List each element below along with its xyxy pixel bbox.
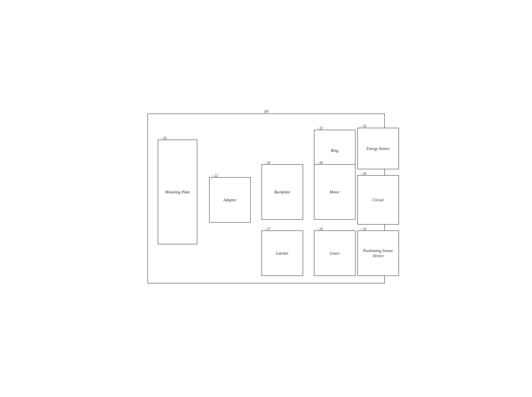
mounting-plate-label: Mounting Plate <box>165 189 190 195</box>
mounting-plate-number: 26 <box>161 136 167 140</box>
backplate-label: Backplate <box>274 189 290 195</box>
latches-number: 37 <box>265 227 270 231</box>
ring-label: Ring <box>331 148 338 153</box>
energy-source-box: 50 Energy Source <box>357 128 399 169</box>
diagram-id: 10 <box>264 109 268 114</box>
diagram-container: 10 26 Mounting Plate 22 Adaptor 30 Backp… <box>147 114 385 283</box>
backplate-number: 30 <box>265 161 270 165</box>
adaptor-box: 22 Adaptor <box>209 177 251 223</box>
motor-box: 38 Motor <box>314 164 355 220</box>
motor-number: 38 <box>317 161 323 165</box>
energy-source-number: 50 <box>361 124 366 128</box>
positioning-number: 16 <box>361 227 366 231</box>
positioning-sensor-device-box: 16 Positioning Sensor Device <box>357 230 399 276</box>
latches-label: Latches <box>276 251 288 256</box>
gears-label: Gears <box>330 251 339 256</box>
gears-number: 34 <box>317 227 323 231</box>
circuit-label: Circuit <box>373 197 384 202</box>
circuit-number: 18 <box>361 172 366 176</box>
gears-box: 34 Gears <box>314 230 355 276</box>
adaptor-number: 22 <box>212 174 218 178</box>
adaptor-label: Adaptor <box>223 197 236 202</box>
energy-source-label: Energy Source <box>367 146 390 151</box>
motor-label: Motor <box>330 189 340 195</box>
positioning-label: Positioning Sensor Device <box>358 248 399 258</box>
latches-box: 37 Latches <box>262 230 303 276</box>
mounting-plate-box: 26 Mounting Plate <box>158 140 197 244</box>
backplate-box: 30 Backplate <box>262 164 303 220</box>
ring-number: 32 <box>317 126 323 130</box>
circuit-box: 18 Circuit <box>357 175 399 224</box>
